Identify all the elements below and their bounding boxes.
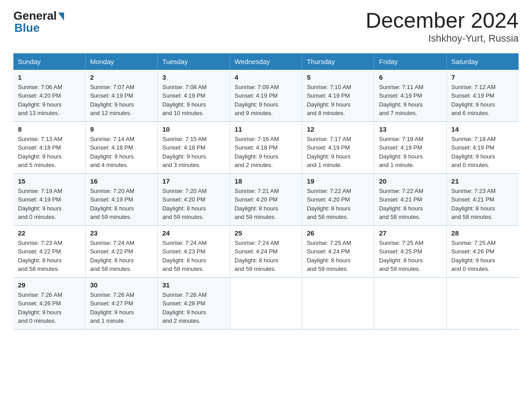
day-number: 4 (235, 73, 297, 81)
day-number: 9 (90, 125, 153, 133)
day-number: 24 (162, 229, 225, 237)
day-info: Sunrise: 7:13 AMSunset: 4:18 PMDaylight:… (18, 135, 81, 170)
calendar-cell: 5 Sunrise: 7:10 AMSunset: 4:19 PMDayligh… (302, 70, 374, 122)
day-info: Sunrise: 7:23 AMSunset: 4:21 PMDaylight:… (451, 187, 514, 222)
header-friday: Friday (374, 53, 446, 70)
header-saturday: Saturday (446, 53, 519, 70)
header-thursday: Thursday (302, 53, 374, 70)
calendar-cell: 12 Sunrise: 7:17 AMSunset: 4:19 PMDaylig… (302, 121, 374, 173)
day-number: 5 (307, 73, 369, 81)
calendar-cell: 25 Sunrise: 7:24 AMSunset: 4:24 PMDaylig… (230, 225, 302, 277)
day-info: Sunrise: 7:25 AMSunset: 4:26 PMDaylight:… (451, 239, 514, 274)
day-number: 6 (379, 73, 442, 81)
calendar-cell: 22 Sunrise: 7:23 AMSunset: 4:22 PMDaylig… (13, 225, 86, 277)
calendar-cell: 2 Sunrise: 7:07 AMSunset: 4:19 PMDayligh… (86, 70, 158, 122)
day-info: Sunrise: 7:11 AMSunset: 4:19 PMDaylight:… (379, 83, 442, 118)
calendar-week-row: 15 Sunrise: 7:19 AMSunset: 4:19 PMDaylig… (13, 173, 519, 225)
day-number: 20 (379, 177, 442, 185)
calendar-cell: 14 Sunrise: 7:18 AMSunset: 4:19 PMDaylig… (446, 121, 519, 173)
calendar-cell: 15 Sunrise: 7:19 AMSunset: 4:19 PMDaylig… (13, 173, 86, 225)
day-number: 22 (18, 229, 81, 237)
calendar-cell: 11 Sunrise: 7:16 AMSunset: 4:18 PMDaylig… (230, 121, 302, 173)
calendar-cell: 9 Sunrise: 7:14 AMSunset: 4:18 PMDayligh… (86, 121, 158, 173)
day-info: Sunrise: 7:18 AMSunset: 4:19 PMDaylight:… (451, 135, 514, 170)
calendar-week-row: 22 Sunrise: 7:23 AMSunset: 4:22 PMDaylig… (13, 225, 519, 277)
day-info: Sunrise: 7:26 AMSunset: 4:28 PMDaylight:… (162, 291, 225, 325)
day-info: Sunrise: 7:15 AMSunset: 4:18 PMDaylight:… (162, 135, 225, 170)
calendar-cell: 31 Sunrise: 7:26 AMSunset: 4:28 PMDaylig… (158, 277, 230, 329)
day-info: Sunrise: 7:22 AMSunset: 4:20 PMDaylight:… (307, 187, 369, 222)
day-number: 25 (235, 229, 297, 237)
day-number: 18 (235, 177, 297, 185)
calendar-cell: 13 Sunrise: 7:18 AMSunset: 4:19 PMDaylig… (374, 121, 446, 173)
day-info: Sunrise: 7:10 AMSunset: 4:19 PMDaylight:… (307, 83, 369, 118)
day-info: Sunrise: 7:07 AMSunset: 4:19 PMDaylight:… (90, 83, 153, 118)
calendar-cell (446, 277, 519, 329)
day-number: 3 (162, 73, 225, 81)
calendar-cell: 23 Sunrise: 7:24 AMSunset: 4:22 PMDaylig… (86, 225, 158, 277)
calendar-cell: 18 Sunrise: 7:21 AMSunset: 4:20 PMDaylig… (230, 173, 302, 225)
calendar-header-row: Sunday Monday Tuesday Wednesday Thursday… (13, 53, 519, 70)
day-info: Sunrise: 7:24 AMSunset: 4:22 PMDaylight:… (90, 239, 153, 274)
calendar-table: Sunday Monday Tuesday Wednesday Thursday… (13, 53, 519, 330)
calendar-cell: 20 Sunrise: 7:22 AMSunset: 4:21 PMDaylig… (374, 173, 446, 225)
day-number: 28 (451, 229, 514, 237)
day-number: 17 (162, 177, 225, 185)
day-info: Sunrise: 7:17 AMSunset: 4:19 PMDaylight:… (307, 135, 369, 170)
day-number: 19 (307, 177, 369, 185)
calendar-cell (302, 277, 374, 329)
calendar-cell: 1 Sunrise: 7:06 AMSunset: 4:20 PMDayligh… (13, 70, 86, 122)
calendar-week-row: 29 Sunrise: 7:26 AMSunset: 4:26 PMDaylig… (13, 277, 519, 329)
calendar-cell: 16 Sunrise: 7:20 AMSunset: 4:19 PMDaylig… (86, 173, 158, 225)
day-info: Sunrise: 7:23 AMSunset: 4:22 PMDaylight:… (18, 239, 81, 274)
logo: General Blue (13, 9, 64, 35)
day-number: 1 (18, 73, 81, 81)
calendar-cell: 28 Sunrise: 7:25 AMSunset: 4:26 PMDaylig… (446, 225, 519, 277)
day-number: 26 (307, 229, 369, 237)
day-info: Sunrise: 7:24 AMSunset: 4:24 PMDaylight:… (235, 239, 297, 274)
calendar-cell: 7 Sunrise: 7:12 AMSunset: 4:19 PMDayligh… (446, 70, 519, 122)
day-number: 30 (90, 281, 153, 289)
calendar-subtitle: Ishkhoy-Yurt, Russia (365, 33, 519, 44)
day-info: Sunrise: 7:24 AMSunset: 4:23 PMDaylight:… (162, 239, 225, 274)
calendar-cell: 8 Sunrise: 7:13 AMSunset: 4:18 PMDayligh… (13, 121, 86, 173)
calendar-cell (374, 277, 446, 329)
logo-blue-text: Blue (14, 21, 39, 35)
page-header: General Blue December 2024 Ishkhoy-Yurt,… (13, 9, 519, 44)
calendar-cell: 30 Sunrise: 7:26 AMSunset: 4:27 PMDaylig… (86, 277, 158, 329)
header-wednesday: Wednesday (230, 53, 302, 70)
day-info: Sunrise: 7:06 AMSunset: 4:20 PMDaylight:… (18, 83, 81, 118)
day-info: Sunrise: 7:12 AMSunset: 4:19 PMDaylight:… (451, 83, 514, 118)
calendar-cell (230, 277, 302, 329)
day-number: 29 (18, 281, 81, 289)
day-info: Sunrise: 7:08 AMSunset: 4:19 PMDaylight:… (162, 83, 225, 118)
day-number: 27 (379, 229, 442, 237)
day-number: 23 (90, 229, 153, 237)
calendar-cell: 27 Sunrise: 7:25 AMSunset: 4:25 PMDaylig… (374, 225, 446, 277)
day-info: Sunrise: 7:16 AMSunset: 4:18 PMDaylight:… (235, 135, 297, 170)
calendar-cell: 10 Sunrise: 7:15 AMSunset: 4:18 PMDaylig… (158, 121, 230, 173)
header-monday: Monday (86, 53, 158, 70)
day-number: 10 (162, 125, 225, 133)
calendar-week-row: 1 Sunrise: 7:06 AMSunset: 4:20 PMDayligh… (13, 70, 519, 122)
day-number: 7 (451, 73, 514, 81)
day-number: 16 (90, 177, 153, 185)
calendar-week-row: 8 Sunrise: 7:13 AMSunset: 4:18 PMDayligh… (13, 121, 519, 173)
day-info: Sunrise: 7:26 AMSunset: 4:27 PMDaylight:… (90, 291, 153, 325)
day-info: Sunrise: 7:19 AMSunset: 4:19 PMDaylight:… (18, 187, 81, 222)
day-info: Sunrise: 7:25 AMSunset: 4:24 PMDaylight:… (307, 239, 369, 274)
calendar-cell: 29 Sunrise: 7:26 AMSunset: 4:26 PMDaylig… (13, 277, 86, 329)
calendar-cell: 3 Sunrise: 7:08 AMSunset: 4:19 PMDayligh… (158, 70, 230, 122)
day-number: 14 (451, 125, 514, 133)
day-info: Sunrise: 7:20 AMSunset: 4:20 PMDaylight:… (162, 187, 225, 222)
day-info: Sunrise: 7:25 AMSunset: 4:25 PMDaylight:… (379, 239, 442, 274)
day-number: 2 (90, 73, 153, 81)
header-tuesday: Tuesday (158, 53, 230, 70)
day-number: 12 (307, 125, 369, 133)
calendar-cell: 17 Sunrise: 7:20 AMSunset: 4:20 PMDaylig… (158, 173, 230, 225)
day-number: 31 (162, 281, 225, 289)
day-number: 11 (235, 125, 297, 133)
calendar-cell: 6 Sunrise: 7:11 AMSunset: 4:19 PMDayligh… (374, 70, 446, 122)
calendar-title: December 2024 (365, 9, 519, 33)
calendar-cell: 26 Sunrise: 7:25 AMSunset: 4:24 PMDaylig… (302, 225, 374, 277)
